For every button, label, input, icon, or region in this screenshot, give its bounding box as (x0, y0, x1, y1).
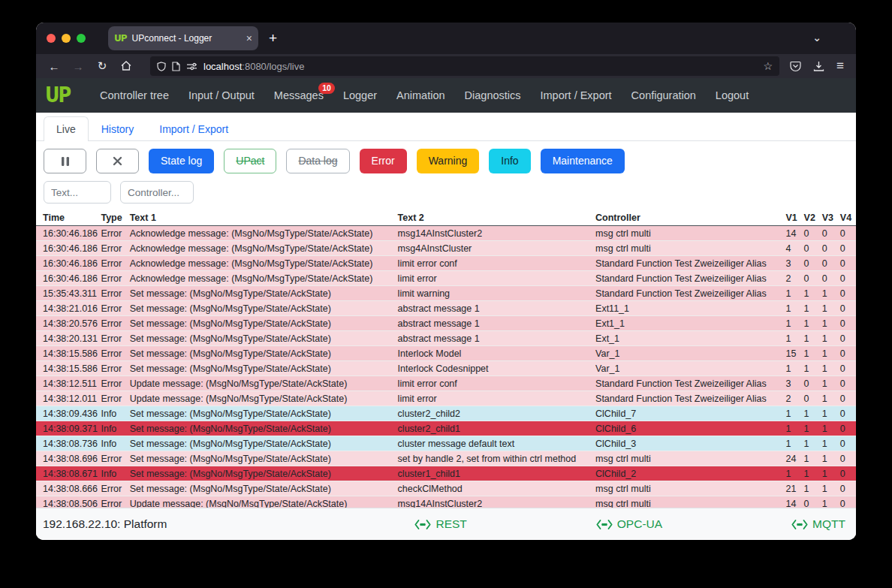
home-button[interactable] (116, 60, 137, 73)
home-icon (121, 61, 131, 71)
cell-v1: 1 (784, 436, 802, 451)
cell-text2: cluster2_child2 (396, 406, 594, 421)
log-row[interactable]: 14:38:21.016 Error Set message: (MsgNo/M… (36, 301, 856, 316)
cell-type: Error (99, 346, 128, 361)
log-row[interactable]: 14:38:12.511 Error Update message: (MsgN… (36, 376, 856, 391)
col-time: Time (36, 210, 99, 226)
window-controls[interactable] (47, 34, 86, 43)
back-button[interactable]: ← (44, 60, 65, 73)
cell-time: 14:38:08.506 (36, 496, 99, 508)
log-row[interactable]: 14:38:09.371 Info Set message: (MsgNo/Ms… (36, 421, 856, 436)
text-filter-input[interactable] (44, 181, 111, 204)
page-info-icon[interactable] (172, 62, 180, 71)
warning-filter-button[interactable]: Warning (417, 149, 480, 173)
reload-button[interactable]: ↻ (92, 59, 113, 73)
pocket-icon[interactable] (790, 61, 801, 72)
cell-v2: 0 (803, 376, 821, 391)
shield-icon[interactable] (157, 62, 166, 71)
nav-item-diagnostics[interactable]: Diagnostics (465, 89, 521, 101)
cell-v3: 1 (821, 376, 839, 391)
cell-text2: limit error conf (396, 376, 594, 391)
upact-button[interactable]: UPact (224, 149, 276, 173)
list-tabs-chevron-icon[interactable]: ⌄ (812, 32, 821, 44)
filter-row (36, 179, 856, 210)
maintenance-filter-button[interactable]: Maintenance (541, 149, 625, 173)
maximize-window-button[interactable] (77, 34, 86, 43)
nav-item-logger[interactable]: Logger (343, 89, 377, 101)
tab-history[interactable]: History (89, 116, 147, 141)
log-row[interactable]: 14:38:08.666 Error Set message: (MsgNo/M… (36, 481, 856, 496)
log-row[interactable]: 14:38:08.506 Error Update message: (MsgN… (36, 496, 856, 508)
bookmark-star-icon[interactable]: ☆ (764, 60, 773, 72)
log-row[interactable]: 14:38:12.011 Error Update message: (MsgN… (36, 391, 856, 406)
state-log-button[interactable]: State log (149, 149, 214, 173)
cell-type: Info (99, 421, 128, 436)
cell-v3: 0 (821, 256, 839, 271)
download-icon[interactable] (813, 61, 824, 72)
log-row[interactable]: 14:38:09.436 Info Set message: (MsgNo/Ms… (36, 406, 856, 421)
cell-text1: Set message: (MsgNo/MsgType/State/AckSta… (128, 301, 396, 316)
error-filter-button[interactable]: Error (360, 149, 407, 173)
cell-v4: 0 (839, 271, 856, 286)
log-row[interactable]: 14:38:08.671 Info Set message: (MsgNo/Ms… (36, 466, 856, 481)
data-log-button[interactable]: Data log (286, 149, 349, 173)
cell-v2: 1 (803, 436, 821, 451)
nav-item-import-export[interactable]: Import / Export (541, 89, 612, 101)
controller-filter-input[interactable] (120, 181, 194, 204)
log-row[interactable]: 14:38:15.586 Error Set message: (MsgNo/M… (36, 346, 856, 361)
cell-time: 14:38:09.371 (36, 421, 99, 436)
log-row[interactable]: 14:38:20.576 Error Set message: (MsgNo/M… (36, 316, 856, 331)
cell-type: Info (99, 466, 128, 481)
cell-controller: msg ctrl multi (594, 241, 784, 256)
close-window-button[interactable] (47, 34, 56, 43)
url-text[interactable]: localhost:8080/logs/live (203, 61, 758, 72)
cell-controller: Standard Function Test Zweizeiliger Alia… (594, 286, 784, 301)
log-row[interactable]: 14:38:08.696 Error Set message: (MsgNo/M… (36, 451, 856, 466)
minimize-window-button[interactable] (62, 34, 71, 43)
log-row[interactable]: 14:38:15.586 Error Set message: (MsgNo/M… (36, 361, 856, 376)
tab-close-icon[interactable]: × (246, 32, 252, 44)
cell-text2: checkClMethod (396, 481, 594, 496)
pause-icon (61, 156, 70, 167)
menu-hamburger-icon[interactable]: ≡ (836, 59, 844, 74)
nav-item-input-output[interactable]: Input / Output (188, 89, 255, 101)
log-row[interactable]: 14:38:20.131 Error Set message: (MsgNo/M… (36, 331, 856, 346)
tab-live[interactable]: Live (44, 116, 89, 141)
log-row[interactable]: 14:38:08.736 Info Set message: (MsgNo/Ms… (36, 436, 856, 451)
site-permissions-icon[interactable] (186, 62, 197, 71)
cell-controller: Ext_1 (594, 331, 784, 346)
new-tab-button[interactable]: + (269, 30, 277, 47)
cell-text2: abstract message 1 (396, 331, 594, 346)
cell-v3: 1 (821, 361, 839, 376)
pause-button[interactable] (44, 149, 86, 173)
opcua-connection[interactable]: OPC-UA (596, 517, 662, 531)
cell-v4: 0 (839, 466, 856, 481)
tab-import-export[interactable]: Import / Export (146, 116, 241, 141)
url-bar[interactable]: localhost:8080/logs/live ☆ (150, 56, 779, 76)
log-row[interactable]: 16:30:46.186 Error Acknowledge message: … (36, 226, 856, 241)
nav-item-messages[interactable]: Messages10 (274, 89, 324, 101)
cell-v3: 1 (821, 421, 839, 436)
rest-connection[interactable]: REST (414, 517, 466, 531)
cell-text1: Set message: (MsgNo/MsgType/State/AckSta… (128, 316, 396, 331)
nav-item-logout[interactable]: Logout (716, 89, 749, 101)
nav-item-animation[interactable]: Animation (396, 89, 444, 101)
nav-item-controller-tree[interactable]: Controller tree (100, 89, 169, 101)
log-table-container[interactable]: Time Type Text 1 Text 2 Controller V1 V2… (36, 210, 856, 508)
info-filter-button[interactable]: Info (489, 149, 530, 173)
log-row[interactable]: 16:30:46.186 Error Acknowledge message: … (36, 256, 856, 271)
cell-time: 14:38:15.586 (36, 361, 99, 376)
cell-text2: abstract message 1 (396, 316, 594, 331)
log-row[interactable]: 15:35:43.311 Error Set message: (MsgNo/M… (36, 286, 856, 301)
clear-button[interactable] (96, 149, 139, 173)
forward-button: → (68, 60, 89, 73)
nav-item-configuration[interactable]: Configuration (631, 89, 696, 101)
cell-v2: 1 (803, 346, 821, 361)
cell-v1: 1 (784, 421, 802, 436)
log-row[interactable]: 16:30:46.186 Error Acknowledge message: … (36, 271, 856, 286)
cell-type: Error (99, 256, 128, 271)
col-controller: Controller (594, 210, 784, 226)
mqtt-connection[interactable]: MQTT (791, 517, 845, 531)
browser-tab[interactable]: UP UPconnect - Logger × (108, 26, 258, 50)
log-row[interactable]: 16:30:46.186 Error Acknowledge message: … (36, 241, 856, 256)
